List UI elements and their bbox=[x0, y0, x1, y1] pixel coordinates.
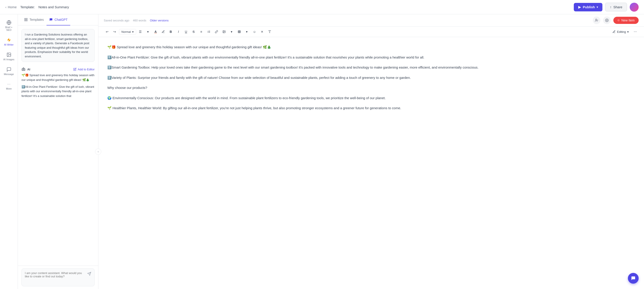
more-label: More bbox=[6, 87, 12, 90]
style-label: Normal bbox=[122, 30, 131, 33]
bold-button[interactable]: B bbox=[168, 28, 174, 35]
image-icon bbox=[6, 52, 12, 57]
svg-rect-9 bbox=[22, 68, 25, 71]
link-button[interactable] bbox=[213, 28, 220, 35]
add-user-button[interactable] bbox=[593, 16, 600, 24]
highlight-button[interactable] bbox=[160, 28, 166, 35]
sidebar-item-brief-seo[interactable]: Brief + SEO bbox=[1, 18, 17, 33]
home-link[interactable]: ‹ Home bbox=[5, 5, 17, 9]
chat-tabs: Templates ChatGPT bbox=[18, 14, 98, 25]
share-button[interactable]: ↑ Share bbox=[605, 3, 627, 11]
collapse-panel-button[interactable]: ‹ bbox=[95, 149, 101, 155]
underline-button[interactable]: U bbox=[183, 28, 190, 35]
ordered-list-button[interactable] bbox=[206, 28, 212, 35]
send-button[interactable] bbox=[87, 272, 91, 277]
avatar[interactable] bbox=[630, 3, 639, 11]
new-item-label: New Item bbox=[622, 18, 634, 22]
editor-actions: New Item bbox=[593, 16, 639, 24]
send-icon bbox=[87, 272, 91, 276]
highlight-icon bbox=[162, 30, 165, 33]
message-label: Message bbox=[4, 73, 14, 75]
publish-button[interactable]: ▶ Publish ▾ bbox=[574, 3, 602, 11]
align-chevron-button[interactable]: ▾ bbox=[145, 28, 152, 35]
older-versions-link[interactable]: Older versions bbox=[150, 19, 168, 22]
editor-panel: Saved seconds ago 460 words Older versio… bbox=[98, 14, 644, 289]
template-prefix: Template: bbox=[20, 5, 35, 9]
ai-label: AI bbox=[22, 67, 30, 71]
svg-point-10 bbox=[23, 69, 23, 70]
svg-rect-23 bbox=[238, 30, 240, 33]
svg-marker-2 bbox=[7, 38, 11, 42]
prompt-box: I run a Gardening Solutions business off… bbox=[22, 29, 94, 62]
table-button[interactable] bbox=[236, 28, 242, 35]
ai-robot-icon bbox=[22, 67, 26, 71]
chat-input-area bbox=[18, 266, 98, 289]
clear-format-icon bbox=[260, 30, 264, 33]
text-color-button[interactable]: A bbox=[152, 28, 159, 35]
more-options-button[interactable]: ⋯ bbox=[632, 28, 639, 35]
ordered-list-icon bbox=[207, 30, 210, 33]
emoji-button[interactable]: ☺ bbox=[251, 28, 258, 35]
tab-templates[interactable]: Templates bbox=[22, 14, 46, 25]
sidebar-item-more[interactable]: ··· More bbox=[1, 79, 17, 92]
image-button[interactable] bbox=[221, 28, 228, 35]
add-user-icon bbox=[595, 18, 598, 22]
undo-button[interactable]: ↩ bbox=[104, 28, 110, 35]
ai-response-paragraph-1: 🌱🎁 Spread love and greenery this holiday… bbox=[22, 73, 94, 82]
settings-button[interactable] bbox=[603, 16, 611, 24]
tab-chatgpt[interactable]: ChatGPT bbox=[46, 14, 70, 25]
svg-rect-5 bbox=[24, 18, 26, 19]
editor-content[interactable]: 🌱🎁 Spread love and greenery this holiday… bbox=[98, 37, 644, 289]
chat-input[interactable] bbox=[25, 271, 86, 282]
gear-icon bbox=[605, 18, 609, 22]
editor-toolbar: ↩ ↪ Normal ▾ ☰ ▾ A B I U S ≡ bbox=[98, 26, 644, 37]
svg-point-17 bbox=[606, 20, 607, 21]
new-item-button[interactable]: New Item bbox=[613, 17, 639, 24]
add-to-editor-icon bbox=[73, 68, 76, 71]
redo-button[interactable]: ↪ bbox=[111, 28, 118, 35]
chat-input-wrapper bbox=[22, 269, 94, 286]
chat-icon bbox=[6, 67, 12, 72]
editing-select[interactable]: Editing ▾ bbox=[610, 29, 631, 34]
editor-topbar: Saved seconds ago 460 words Older versio… bbox=[98, 14, 644, 26]
editor-line-6: 🌍 Environmentally Conscious: Our product… bbox=[107, 95, 635, 101]
strikethrough-button[interactable]: S bbox=[190, 28, 197, 35]
prompt-text: I run a Gardening Solutions business off… bbox=[25, 33, 89, 58]
home-label: Home bbox=[8, 5, 17, 9]
globe-icon bbox=[6, 20, 12, 25]
clear-format-button[interactable] bbox=[259, 28, 266, 35]
align-button[interactable]: ☰ bbox=[137, 28, 144, 35]
editor-line-1: 🌱🎁 Spread love and greenery this holiday… bbox=[107, 44, 635, 50]
ai-writer-label: AI Writer bbox=[4, 43, 14, 46]
support-chat-button[interactable] bbox=[628, 273, 639, 284]
chatgpt-tab-label: ChatGPT bbox=[54, 18, 68, 21]
image-toolbar-icon bbox=[222, 30, 226, 33]
chevron-left-icon: ‹ bbox=[5, 5, 6, 9]
svg-point-22 bbox=[224, 31, 224, 31]
sidebar-item-message[interactable]: Message bbox=[1, 65, 17, 78]
support-chat-icon bbox=[631, 276, 636, 281]
table-icon bbox=[238, 30, 241, 33]
image-chevron-button[interactable]: ▾ bbox=[228, 28, 235, 35]
share-label: Share bbox=[613, 5, 622, 9]
extra-icon bbox=[268, 30, 271, 33]
word-count: 460 words bbox=[133, 19, 146, 22]
bullet-list-button[interactable]: ≡ bbox=[198, 28, 204, 35]
editor-line-3: 2️⃣Smart Gardening Toolbox: Help your lo… bbox=[107, 64, 635, 70]
table-chevron-button[interactable]: ▾ bbox=[244, 28, 250, 35]
extra-button[interactable] bbox=[266, 28, 273, 35]
editing-chevron-icon: ▾ bbox=[627, 30, 629, 33]
sidebar-item-ai-images[interactable]: AI Images bbox=[1, 50, 17, 63]
top-nav: ‹ Home Template: Notes and Summary ▶ Pub… bbox=[0, 0, 644, 14]
add-to-editor-label: Add to Editor bbox=[78, 68, 94, 71]
style-select[interactable]: Normal ▾ bbox=[119, 29, 136, 35]
add-to-editor-button[interactable]: Add to Editor bbox=[73, 68, 94, 71]
icon-sidebar: Brief + SEO AI Writer AI Images Message … bbox=[0, 14, 18, 289]
sidebar-item-ai-writer[interactable]: AI Writer bbox=[1, 35, 17, 48]
share-icon: ↑ bbox=[610, 5, 612, 9]
svg-rect-6 bbox=[26, 18, 27, 19]
italic-button[interactable]: I bbox=[175, 28, 182, 35]
ai-text-label: AI bbox=[27, 68, 30, 71]
editor-line-5: Why choose our products? bbox=[107, 85, 635, 91]
editor-line-4: 3️⃣Variety of Plants: Surprise your frie… bbox=[107, 75, 635, 81]
